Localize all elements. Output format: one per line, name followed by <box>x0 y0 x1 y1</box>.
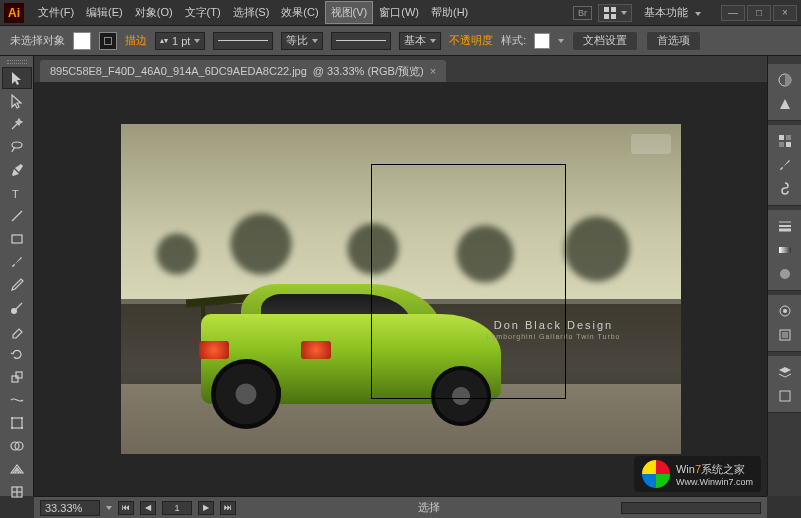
brush-label: 基本 <box>404 33 426 48</box>
menu-edit[interactable]: 编辑(E) <box>80 1 129 24</box>
menu-window[interactable]: 窗口(W) <box>373 1 425 24</box>
stroke-weight-input[interactable]: ▴▾ 1 pt <box>155 32 205 50</box>
svg-rect-7 <box>12 235 22 243</box>
menu-help[interactable]: 帮助(H) <box>425 1 474 24</box>
document-setup-button[interactable]: 文档设置 <box>572 31 638 51</box>
tab-close-button[interactable]: × <box>430 65 436 77</box>
chevron-down-icon <box>430 39 436 43</box>
stroke-label[interactable]: 描边 <box>125 33 147 48</box>
svg-line-6 <box>12 211 22 221</box>
mesh-tool[interactable] <box>2 481 32 503</box>
horizontal-scrollbar[interactable] <box>621 502 761 514</box>
tools-panel: T <box>0 56 34 496</box>
line-tool[interactable] <box>2 205 32 227</box>
placed-image[interactable]: Don Black Design Lamborghini Gallardo Tw… <box>121 124 681 454</box>
fill-swatch[interactable] <box>73 32 91 50</box>
svg-rect-34 <box>782 332 788 338</box>
gradient-panel-icon[interactable] <box>770 238 800 262</box>
color-guide-panel-icon[interactable] <box>770 92 800 116</box>
artboard-number[interactable]: 1 <box>162 501 192 515</box>
chevron-down-icon <box>312 39 318 43</box>
svg-rect-1 <box>611 7 616 12</box>
symbols-panel-icon[interactable] <box>770 177 800 201</box>
prev-artboard-button[interactable]: ◀ <box>140 501 156 515</box>
brushes-panel-icon[interactable] <box>770 153 800 177</box>
chevron-down-icon[interactable] <box>106 506 112 510</box>
svg-rect-11 <box>12 418 22 428</box>
menu-effect[interactable]: 效果(C) <box>275 1 324 24</box>
transparency-panel-icon[interactable] <box>770 262 800 286</box>
minimize-button[interactable]: — <box>721 5 745 21</box>
opacity-label[interactable]: 不透明度 <box>449 33 493 48</box>
magic-wand-tool[interactable] <box>2 113 32 135</box>
tab-suffix: @ 33.33% (RGB/预览) <box>313 64 424 79</box>
selection-marquee[interactable] <box>371 164 566 399</box>
menu-view[interactable]: 视图(V) <box>325 1 374 24</box>
brush-combo[interactable]: 基本 <box>399 32 441 50</box>
zoom-input[interactable]: 33.33% <box>40 500 100 516</box>
scale-proportional-combo[interactable]: 等比 <box>281 32 323 50</box>
svg-rect-24 <box>779 142 784 147</box>
stroke-swatch[interactable] <box>99 32 117 50</box>
menubar: Ai 文件(F) 编辑(E) 对象(O) 文字(T) 选择(S) 效果(C) 视… <box>0 0 801 26</box>
free-transform-tool[interactable] <box>2 412 32 434</box>
workspace-switcher[interactable]: 基本功能 <box>638 1 707 24</box>
panel-grip[interactable] <box>0 58 33 66</box>
main-area: T 895C58E8_F40D_46A0_914A_6DC9AEDA8C22.j… <box>0 56 801 496</box>
color-panel-icon[interactable] <box>770 68 800 92</box>
stepper-icon: ▴▾ <box>160 36 168 45</box>
chevron-down-icon <box>194 39 200 43</box>
width-tool[interactable] <box>2 389 32 411</box>
next-artboard-button[interactable]: ▶ <box>198 501 214 515</box>
current-tool-label: 选择 <box>242 500 615 515</box>
options-bar: 未选择对象 描边 ▴▾ 1 pt 等比 基本 不透明度 样式: 文档设置 首选项 <box>0 26 801 56</box>
type-tool[interactable]: T <box>2 182 32 204</box>
preferences-button[interactable]: 首选项 <box>646 31 701 51</box>
workspace-label: 基本功能 <box>644 6 688 18</box>
perspective-grid-tool[interactable] <box>2 458 32 480</box>
style-swatch[interactable] <box>534 33 550 49</box>
first-artboard-button[interactable]: ⏮ <box>118 501 134 515</box>
stroke-panel-icon[interactable] <box>770 214 800 238</box>
menu-file[interactable]: 文件(F) <box>32 1 80 24</box>
pencil-tool[interactable] <box>2 274 32 296</box>
svg-point-32 <box>783 309 787 313</box>
maximize-button[interactable]: □ <box>747 5 771 21</box>
pen-tool[interactable] <box>2 159 32 181</box>
zoom-value: 33.33% <box>45 502 82 514</box>
rectangle-tool[interactable] <box>2 228 32 250</box>
svg-rect-22 <box>779 135 784 140</box>
swatches-panel-icon[interactable] <box>770 129 800 153</box>
svg-point-14 <box>11 427 13 429</box>
appearance-panel-icon[interactable] <box>770 299 800 323</box>
graphic-styles-panel-icon[interactable] <box>770 323 800 347</box>
watermark-title: Win7系统之家 <box>676 461 753 477</box>
arrange-documents-button[interactable] <box>598 4 632 22</box>
artboards-panel-icon[interactable] <box>770 384 800 408</box>
svg-rect-3 <box>611 14 616 19</box>
stroke-profile-preview[interactable] <box>213 32 273 50</box>
canvas-viewport[interactable]: Don Black Design Lamborghini Gallardo Tw… <box>34 82 767 496</box>
shape-builder-tool[interactable] <box>2 435 32 457</box>
svg-rect-0 <box>604 7 609 12</box>
brush-preview[interactable] <box>331 32 391 50</box>
svg-point-12 <box>11 417 13 419</box>
blob-brush-tool[interactable] <box>2 297 32 319</box>
menu-type[interactable]: 文字(T) <box>179 1 227 24</box>
menu-select[interactable]: 选择(S) <box>227 1 276 24</box>
lasso-tool[interactable] <box>2 136 32 158</box>
direct-selection-tool[interactable] <box>2 90 32 112</box>
close-button[interactable]: × <box>773 5 797 21</box>
paintbrush-tool[interactable] <box>2 251 32 273</box>
rotate-tool[interactable] <box>2 343 32 365</box>
eraser-tool[interactable] <box>2 320 32 342</box>
menu-object[interactable]: 对象(O) <box>129 1 179 24</box>
last-artboard-button[interactable]: ⏭ <box>220 501 236 515</box>
document-tab[interactable]: 895C58E8_F40D_46A0_914A_6DC9AEDA8C22.jpg… <box>40 60 446 82</box>
chevron-down-icon <box>695 12 701 16</box>
bridge-button[interactable]: Br <box>573 6 592 20</box>
scale-tool[interactable] <box>2 366 32 388</box>
layers-panel-icon[interactable] <box>770 360 800 384</box>
selection-tool[interactable] <box>2 67 32 89</box>
svg-rect-25 <box>786 142 791 147</box>
